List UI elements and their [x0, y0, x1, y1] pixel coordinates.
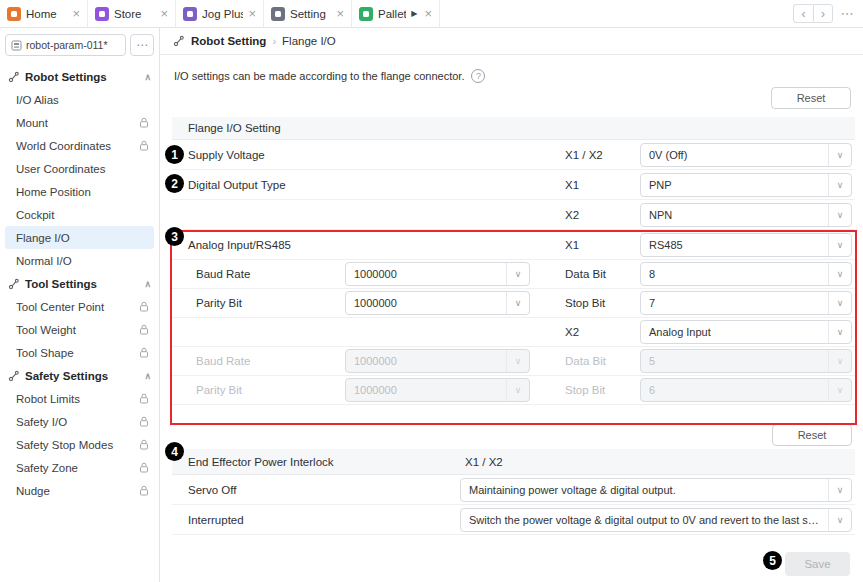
settings-sidebar: robot-param-011* ⋯ Robot Settings ∧ I/O … — [0, 28, 160, 582]
save-button[interactable]: Save — [785, 552, 850, 576]
breadcrumb-separator: › — [272, 35, 276, 47]
sidebar-item-mount[interactable]: Mount — [5, 111, 154, 134]
robot-param-selector[interactable]: robot-param-011* — [5, 34, 126, 56]
x2-data-bit-select: 5 ∨ — [640, 349, 852, 373]
close-icon[interactable]: × — [424, 7, 432, 20]
sidebar-item-safety-io[interactable]: Safety I/O — [5, 410, 154, 433]
sidebar-item-nudge[interactable]: Nudge — [5, 479, 154, 502]
select-value: 1000000 — [346, 355, 506, 367]
home-tab-icon — [7, 7, 21, 21]
data-bit-label: Data Bit — [565, 355, 640, 367]
palletizer-tab-icon — [359, 7, 373, 21]
x1-stop-bit-select[interactable]: 7 ∨ — [640, 291, 852, 315]
page-description: I/O settings can be made according to th… — [174, 70, 464, 82]
sidebar-item-tool-weight[interactable]: Tool Weight — [5, 318, 154, 341]
chevron-up-icon: ∧ — [144, 371, 151, 381]
sidebar-section-tool-settings[interactable]: Tool Settings ∧ — [5, 272, 154, 295]
sidebar-item-user-coordinates[interactable]: User Coordinates — [5, 157, 154, 180]
data-bit-label: Data Bit — [565, 268, 640, 280]
sidebar-item-safety-stop-modes[interactable]: Safety Stop Modes — [5, 433, 154, 456]
tab-label: Store — [114, 8, 155, 20]
sidebar-item-safety-zone[interactable]: Safety Zone — [5, 456, 154, 479]
x1-baud-data-row: Baud Rate 1000000 ∨ Data Bit 8 ∨ — [172, 260, 855, 289]
baud-rate-label: Baud Rate — [188, 355, 345, 367]
tabbar-more-button[interactable]: ⋯ — [837, 4, 857, 23]
x1-parity-stop-row: Parity Bit 1000000 ∨ Stop Bit 7 ∨ — [172, 289, 855, 318]
select-value: 1000000 — [346, 297, 506, 309]
port-label: X1 / X2 — [565, 149, 640, 161]
tab-store[interactable]: Store × — [88, 0, 176, 27]
chevron-down-icon: ∨ — [828, 321, 851, 343]
x1-data-bit-select[interactable]: 8 ∨ — [640, 262, 852, 286]
tab-label: Setting — [290, 8, 331, 20]
tab-label: Jog Plus — [202, 8, 243, 20]
annotation-badge-1: 1 — [165, 145, 184, 164]
interrupted-select[interactable]: Switch the power voltage & digital outpu… — [460, 508, 852, 532]
sidebar-item-io-alias[interactable]: I/O Alias — [5, 88, 154, 111]
sidebar-item-robot-limits[interactable]: Robot Limits — [5, 387, 154, 410]
sidebar-item-label: Normal I/O — [16, 255, 72, 267]
sidebar-section-safety-settings[interactable]: Safety Settings ∧ — [5, 364, 154, 387]
row-label: Digital Output Type — [188, 179, 530, 191]
close-icon[interactable]: × — [336, 7, 344, 20]
lock-icon — [139, 301, 149, 312]
select-value: Analog Input — [641, 326, 828, 338]
sidebar-item-flange-io[interactable]: Flange I/O — [5, 226, 154, 249]
analog-x2-row: X2 Analog Input ∨ — [172, 318, 855, 347]
sidebar-item-label: Robot Limits — [16, 393, 80, 405]
sidebar-item-home-position[interactable]: Home Position — [5, 180, 154, 203]
chevron-up-icon: ∧ — [144, 72, 151, 82]
interlock-header-row: End Effector Power Interlock X1 / X2 — [172, 449, 855, 475]
tab-jog-plus[interactable]: Jog Plus × — [176, 0, 264, 27]
help-icon[interactable]: ? — [471, 69, 485, 83]
analog-reset-button[interactable]: Reset — [772, 424, 852, 446]
sidebar-item-world-coordinates[interactable]: World Coordinates — [5, 134, 154, 157]
sidebar-item-tool-center-point[interactable]: Tool Center Point — [5, 295, 154, 318]
breadcrumb-parent[interactable]: Robot Setting — [191, 35, 266, 47]
sidebar-item-tool-shape[interactable]: Tool Shape — [5, 341, 154, 364]
tab-palletizer[interactable]: Palletizer ▶ × — [352, 0, 440, 27]
select-value: 7 — [641, 297, 828, 309]
chevron-down-icon: ∨ — [506, 292, 529, 314]
lock-icon — [139, 439, 149, 450]
param-more-button[interactable]: ⋯ — [130, 34, 154, 56]
interrupted-row: Interrupted Switch the power voltage & d… — [172, 505, 855, 535]
select-value: 6 — [641, 384, 828, 396]
reset-button[interactable]: Reset — [771, 87, 851, 109]
sidebar-item-normal-io[interactable]: Normal I/O — [5, 249, 154, 272]
sidebar-section-robot-settings[interactable]: Robot Settings ∧ — [5, 65, 154, 88]
tab-back-button[interactable]: ‹ — [793, 4, 813, 23]
analog-x1-mode-select[interactable]: RS485 ∨ — [640, 233, 852, 257]
tab-setting[interactable]: Setting × — [264, 0, 352, 27]
digital-output-x2-select[interactable]: NPN ∨ — [640, 203, 852, 227]
analog-x2-mode-select[interactable]: Analog Input ∨ — [640, 320, 852, 344]
x1-baud-rate-select[interactable]: 1000000 ∨ — [345, 262, 530, 286]
section-title: Flange I/O Setting — [188, 122, 281, 134]
digital-output-x1-select[interactable]: PNP ∨ — [640, 173, 852, 197]
supply-voltage-select[interactable]: 0V (Off) ∨ — [640, 143, 852, 167]
port-label: X1 — [565, 179, 640, 191]
lock-icon — [139, 462, 149, 473]
stop-bit-label: Stop Bit — [565, 384, 640, 396]
select-value: 0V (Off) — [641, 149, 828, 161]
servo-off-row: Servo Off Maintaining power voltage & di… — [172, 475, 855, 505]
tab-forward-button[interactable]: › — [813, 4, 833, 23]
close-icon[interactable]: × — [72, 7, 80, 20]
servo-off-select[interactable]: Maintaining power voltage & digital outp… — [460, 478, 852, 502]
port-label: X2 — [565, 326, 640, 338]
chevron-down-icon: ∨ — [828, 263, 851, 285]
sidebar-item-label: Cockpit — [16, 209, 54, 221]
sidebar-item-label: Flange I/O — [16, 232, 70, 244]
sidebar-item-cockpit[interactable]: Cockpit — [5, 203, 154, 226]
close-icon[interactable]: × — [248, 7, 256, 20]
param-file-icon — [11, 40, 22, 51]
chevron-down-icon: ∨ — [828, 234, 851, 256]
robot-icon — [8, 71, 20, 83]
sidebar-item-label: Mount — [16, 117, 48, 129]
select-value: Switch the power voltage & digital outpu… — [461, 514, 828, 526]
x1-parity-bit-select[interactable]: 1000000 ∨ — [345, 291, 530, 315]
tab-home[interactable]: Home × — [0, 0, 88, 27]
chevron-down-icon: ∨ — [506, 263, 529, 285]
close-icon[interactable]: × — [160, 7, 168, 20]
parity-bit-label: Parity Bit — [188, 384, 345, 396]
